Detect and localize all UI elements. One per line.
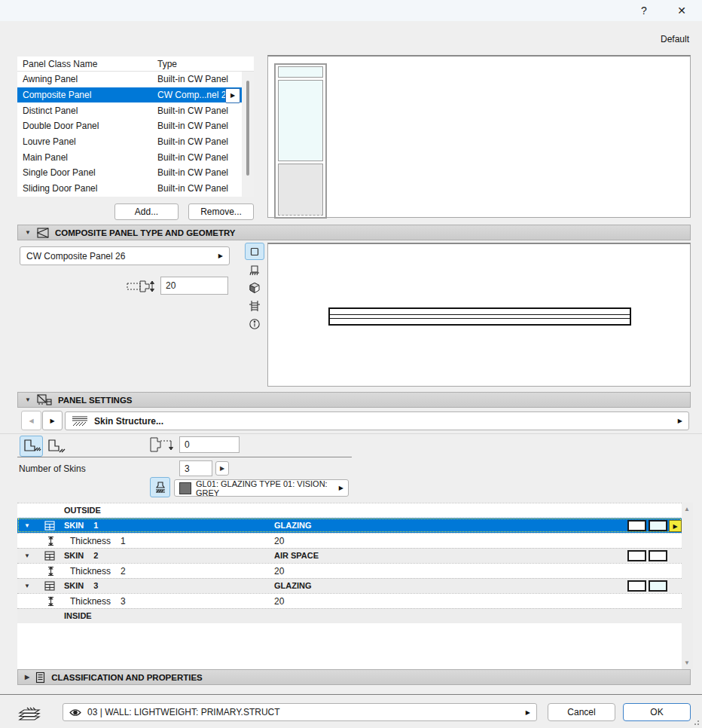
table-row[interactable]: Sliding Door Panel Built-in CW Panel <box>17 181 254 197</box>
skin-pen-swatch[interactable] <box>627 580 646 592</box>
skin-offset-value: 0 <box>185 439 190 450</box>
settings-page-dropdown[interactable]: Skin Structure... ▶ <box>65 411 689 430</box>
section-header-geometry[interactable]: ▼ COMPOSITE PANEL TYPE AND GEOMETRY <box>17 225 691 240</box>
table-row[interactable]: Double Door Panel Built-in CW Panel <box>17 118 254 134</box>
skin-align-inside-toggle[interactable] <box>44 436 67 457</box>
row-expand-icon[interactable]: ▼ <box>24 583 30 589</box>
dropdown-arrow-icon: ▶ <box>339 485 343 491</box>
table-row[interactable]: Single Door Panel Built-in CW Panel <box>17 165 254 181</box>
table-row[interactable]: Distinct Panel Built-in CW Panel <box>17 102 254 118</box>
number-of-skins-input[interactable]: 3 <box>179 460 212 476</box>
skin-row[interactable]: ▼ SKIN2 AIR SPACE <box>17 548 682 563</box>
thickness-value[interactable]: 20 <box>274 566 284 577</box>
table-row[interactable]: Louvre Panel Built-in CW Panel <box>17 134 254 150</box>
section-header-classification[interactable]: ▶ CLASSIFICATION AND PROPERTIES <box>17 669 691 685</box>
panel-section-preview[interactable] <box>267 243 691 387</box>
skin-pen-swatch[interactable] <box>627 520 646 531</box>
thickness-row[interactable]: Thickness1 20 <box>17 533 682 548</box>
surface-paint-button[interactable] <box>150 477 170 497</box>
info-button[interactable] <box>245 315 264 332</box>
solid-pane-bottom <box>278 164 323 216</box>
skin-number: 2 <box>93 551 98 560</box>
collapse-icon[interactable]: ▼ <box>25 229 31 236</box>
row-type: Built-in CW Panel <box>157 74 254 84</box>
row-expand-icon[interactable]: ▼ <box>24 522 30 529</box>
panel-thickness-value: 20 <box>166 280 176 291</box>
skin-surface-swatch[interactable] <box>649 520 667 531</box>
close-icon: ✕ <box>677 5 686 17</box>
previous-page-button[interactable]: ◀ <box>21 411 41 430</box>
close-button[interactable]: ✕ <box>670 2 693 19</box>
forward-arrow-icon: ▶ <box>50 418 54 424</box>
skin-row[interactable]: ▼ SKIN3 GLAZING <box>17 578 682 593</box>
row-type: Built-in CW Panel <box>157 106 254 116</box>
outside-label: OUTSIDE <box>64 506 101 515</box>
thickness-value[interactable]: 20 <box>274 596 284 607</box>
number-of-skins-value: 3 <box>185 463 190 474</box>
skin-label: SKIN <box>64 551 84 560</box>
table-row[interactable]: Awning Panel Built-in CW Panel <box>17 72 254 87</box>
row-name: Single Door Panel <box>23 167 157 178</box>
skin-number: 1 <box>93 521 98 530</box>
column-header-name[interactable]: Panel Class Name <box>23 59 157 69</box>
collapse-icon[interactable]: ▼ <box>25 396 31 403</box>
layer-dropdown[interactable]: 03 | WALL: LIGHTWEIGHT: PRIMARY.STRUCT ▶ <box>63 703 537 721</box>
glass-pane-top <box>278 66 323 78</box>
next-page-button[interactable]: ▶ <box>42 411 63 430</box>
paint-brush-icon <box>154 481 167 494</box>
panel-settings-icon <box>37 394 52 406</box>
thickness-row[interactable]: Thickness2 20 <box>17 563 682 578</box>
row-expand-icon[interactable]: ▼ <box>24 552 30 559</box>
section-header-panel-settings[interactable]: ▼ PANEL SETTINGS <box>17 392 691 408</box>
row-name: Sliding Door Panel <box>23 183 157 194</box>
surface-dropdown[interactable]: GL01: GLAZING TYPE 01: VISION: GREY ▶ <box>174 479 349 497</box>
column-header-type[interactable]: Type <box>157 59 254 69</box>
add-button-label: Add... <box>135 206 158 217</box>
skin-options-button[interactable]: ▶ <box>669 520 682 532</box>
scrollbar[interactable] <box>242 72 254 197</box>
scrollbar-thumb[interactable] <box>246 81 249 176</box>
dropdown-arrow-icon: ▶ <box>678 418 682 424</box>
section-title: PANEL SETTINGS <box>58 396 133 405</box>
skin-surface-swatch[interactable] <box>649 580 667 592</box>
view-elevation-button[interactable] <box>245 261 264 278</box>
glass-pane-middle <box>278 80 323 161</box>
number-of-skins-label: Number of Skins <box>19 463 86 474</box>
panel-class-table: Panel Class Name Type Awning Panel Built… <box>17 57 254 197</box>
ok-button[interactable]: OK <box>623 703 691 721</box>
number-of-skins-spinner[interactable]: ▶ <box>215 461 229 476</box>
table-row[interactable]: Main Panel Built-in CW Panel <box>17 149 254 165</box>
info-icon <box>249 318 261 330</box>
thickness-icon <box>47 596 54 607</box>
scroll-down-icon[interactable]: ▼ <box>684 659 690 666</box>
thickness-value[interactable]: 20 <box>274 536 284 546</box>
panel-thickness-input[interactable]: 20 <box>160 277 228 295</box>
table-row-selected[interactable]: Composite Panel CW Comp...nel 26 ▶ <box>17 87 254 103</box>
resize-grip[interactable] <box>691 717 699 725</box>
type-picker-button[interactable]: ▶ <box>225 88 240 103</box>
row-name: Main Panel <box>23 152 157 163</box>
ok-button-label: OK <box>650 707 663 717</box>
yellow-arrow-icon: ▶ <box>673 523 677 530</box>
scroll-up-icon[interactable]: ▲ <box>684 506 690 512</box>
view-section-button[interactable] <box>245 297 264 314</box>
view-3d-button[interactable] <box>245 279 264 296</box>
scrollbar[interactable]: ▲ ▼ <box>682 503 693 669</box>
panel-type-dropdown[interactable]: CW Composite Panel 26 ▶ <box>20 246 230 265</box>
thickness-row[interactable]: Thickness3 20 <box>17 593 682 608</box>
skin-align-outside-toggle[interactable] <box>20 436 43 457</box>
skin-icon <box>44 581 55 591</box>
cancel-button[interactable]: Cancel <box>548 703 615 721</box>
collapse-icon[interactable]: ▶ <box>25 674 29 681</box>
skin-offset-input[interactable]: 0 <box>179 436 240 453</box>
add-button[interactable]: Add... <box>114 203 179 220</box>
help-button[interactable]: ? <box>633 2 655 19</box>
layer-icon <box>18 704 44 722</box>
section-rails-icon <box>249 300 261 312</box>
skin-row-selected[interactable]: ▼ SKIN1 GLAZING ▶ <box>17 518 682 533</box>
panel-elevation-preview[interactable] <box>267 55 691 218</box>
remove-button[interactable]: Remove... <box>188 203 254 220</box>
view-2d-button[interactable] <box>245 243 264 260</box>
skin-pen-swatch[interactable] <box>627 550 646 561</box>
skin-surface-swatch[interactable] <box>649 550 667 561</box>
